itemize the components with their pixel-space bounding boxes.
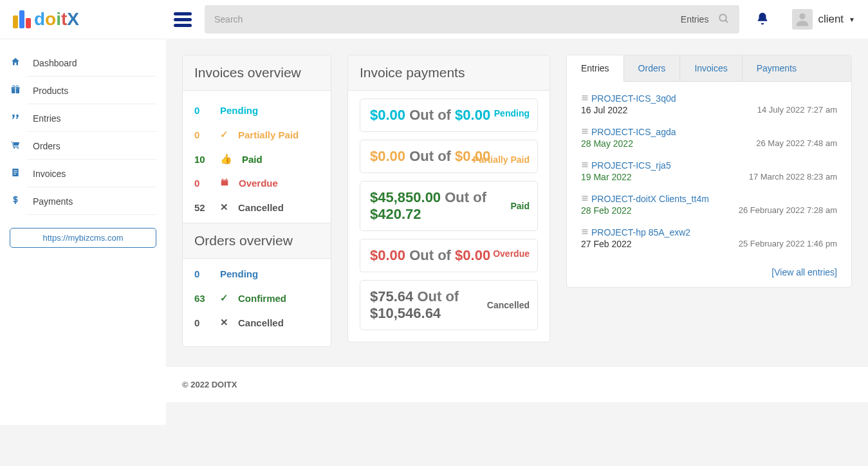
sidebar-item-label: Orders — [33, 141, 60, 151]
search-category-select[interactable]: Entries — [671, 14, 719, 24]
svg-rect-31 — [582, 232, 588, 232]
svg-rect-17 — [226, 178, 226, 180]
sidebar-item-label: Payments — [33, 196, 73, 207]
sidebar-item-orders[interactable]: Orders — [0, 132, 166, 160]
entry-item: PROJECT-ICS_3q0d 16 Jul 2022 14 July 202… — [581, 93, 837, 115]
card-title: Invoice payments — [348, 55, 549, 91]
sidebar-item-products[interactable]: Products — [0, 77, 166, 104]
entry-item: PROJECT-ICS_rja5 19 Mar 2022 17 March 20… — [581, 160, 837, 182]
search-input[interactable] — [214, 14, 671, 24]
entry-link[interactable]: PROJECT-ICS_3q0d — [591, 93, 676, 104]
check-icon: ✓ — [220, 129, 228, 140]
overview-row-pending: 0 Pending — [194, 262, 319, 286]
cart-icon — [10, 140, 21, 152]
calendar-icon — [220, 178, 229, 189]
activity-tabs-card: Entries Orders Invoices Payments PROJECT… — [566, 55, 852, 288]
svg-rect-19 — [582, 98, 588, 98]
logo-bars-icon — [13, 10, 31, 28]
tabs: Entries Orders Invoices Payments — [567, 55, 851, 82]
overview-row-partially-paid: 0 ✓ Partially Paid — [194, 122, 319, 147]
entry-link[interactable]: PROJECT-ICS_agda — [591, 127, 676, 137]
search-bar: Entries — [205, 5, 739, 33]
sidebar-item-label: Entries — [33, 113, 61, 124]
svg-rect-12 — [14, 172, 17, 172]
tab-orders[interactable]: Orders — [624, 55, 681, 81]
sidebar-item-label: Products — [33, 86, 68, 96]
menu-toggle-icon[interactable] — [171, 6, 195, 33]
svg-point-8 — [14, 147, 15, 149]
svg-rect-24 — [582, 163, 588, 163]
card-title: Invoices overview — [183, 55, 331, 91]
sidebar-item-entries[interactable]: Entries — [0, 104, 166, 132]
overview-row-paid: 10 👍 Paid — [194, 147, 319, 171]
home-icon — [10, 57, 21, 69]
user-menu[interactable]: client ▼ — [786, 9, 855, 30]
sidebar-item-label: Invoices — [33, 169, 66, 179]
payment-card-paid: $45,850.00 Out of $420.72 Paid — [360, 181, 538, 231]
entry-item: PROJECT-ICS_agda 28 May 2022 26 May 2022… — [581, 127, 837, 149]
user-name: client — [818, 13, 844, 26]
svg-point-0 — [720, 14, 727, 21]
entry-time: 17 March 2022 8:23 am — [749, 172, 837, 182]
sidebar-item-payments[interactable]: Payments — [0, 187, 166, 215]
entry-date: 27 Feb 2022 — [581, 239, 632, 249]
entry-link[interactable]: PROJECT-doitX Clients_tt4m — [591, 194, 709, 204]
site-url-link[interactable]: https://mybizcms.com — [10, 228, 156, 248]
svg-rect-15 — [221, 180, 228, 181]
entry-time: 25 February 2022 1:46 pm — [739, 239, 837, 249]
entry-date: 19 Mar 2022 — [581, 172, 632, 182]
overview-row-cancelled: 52 ✕ Cancelled — [194, 195, 319, 219]
sidebar-item-dashboard[interactable]: Dashboard — [0, 49, 166, 77]
main-content: Invoices overview 0 Pending 0 ✓ Partiall… — [166, 39, 868, 425]
svg-point-2 — [800, 14, 806, 19]
dollar-icon — [10, 195, 21, 207]
list-icon — [581, 160, 589, 171]
app-header: doitX Entries client ▼ — [0, 0, 868, 39]
x-icon: ✕ — [220, 201, 228, 213]
svg-rect-20 — [582, 100, 588, 100]
check-icon: ✓ — [220, 292, 228, 304]
entry-time: 26 February 2022 7:28 am — [739, 205, 837, 216]
entry-item: PROJECT-doitX Clients_tt4m 28 Feb 2022 2… — [581, 194, 837, 216]
entry-date: 16 Jul 2022 — [581, 105, 627, 115]
payment-card-cancelled: $75.64 Out of $10,546.64 Cancelled — [360, 280, 538, 330]
svg-line-1 — [726, 20, 728, 23]
search-icon[interactable] — [718, 13, 730, 26]
svg-rect-26 — [582, 167, 588, 167]
avatar-icon — [792, 9, 813, 30]
sidebar-item-invoices[interactable]: Invoices — [0, 160, 166, 187]
entry-date: 28 May 2022 — [581, 138, 633, 149]
logo[interactable]: doitX — [13, 9, 161, 30]
list-icon — [581, 127, 589, 137]
entry-link[interactable]: PROJECT-hp 85A_exw2 — [591, 227, 690, 238]
x-icon: ✕ — [220, 317, 228, 328]
svg-rect-28 — [582, 198, 588, 199]
invoice-payments-card: Invoice payments $0.00 Out of $0.00 Pend… — [347, 55, 550, 342]
sidebar: Dashboard Products Entries Orders Invoic… — [0, 39, 166, 425]
entry-date: 28 Feb 2022 — [581, 205, 632, 216]
sidebar-item-label: Dashboard — [33, 58, 77, 68]
svg-rect-25 — [582, 165, 588, 165]
svg-point-9 — [17, 147, 19, 149]
document-icon — [10, 167, 21, 180]
list-icon — [581, 227, 589, 238]
invoices-overview-card: Invoices overview 0 Pending 0 ✓ Partiall… — [182, 55, 331, 347]
entry-link[interactable]: PROJECT-ICS_rja5 — [591, 160, 671, 171]
svg-rect-16 — [223, 178, 223, 180]
gift-icon — [10, 84, 21, 97]
logo-text: doitX — [34, 9, 79, 30]
card-title: Orders overview — [183, 223, 331, 259]
svg-rect-22 — [582, 131, 588, 132]
view-all-entries-link[interactable]: [View all entries] — [771, 267, 837, 277]
svg-point-7 — [16, 86, 18, 88]
tab-entries[interactable]: Entries — [567, 55, 624, 82]
svg-rect-5 — [15, 88, 15, 93]
quote-icon — [10, 112, 21, 124]
svg-rect-21 — [582, 129, 588, 130]
svg-rect-30 — [582, 230, 588, 230]
tab-invoices[interactable]: Invoices — [680, 55, 742, 81]
payment-card-overdue: $0.00 Out of $0.00 Overdue — [360, 239, 538, 272]
svg-rect-32 — [582, 234, 588, 234]
notifications-icon[interactable] — [749, 12, 776, 28]
tab-payments[interactable]: Payments — [743, 55, 811, 81]
